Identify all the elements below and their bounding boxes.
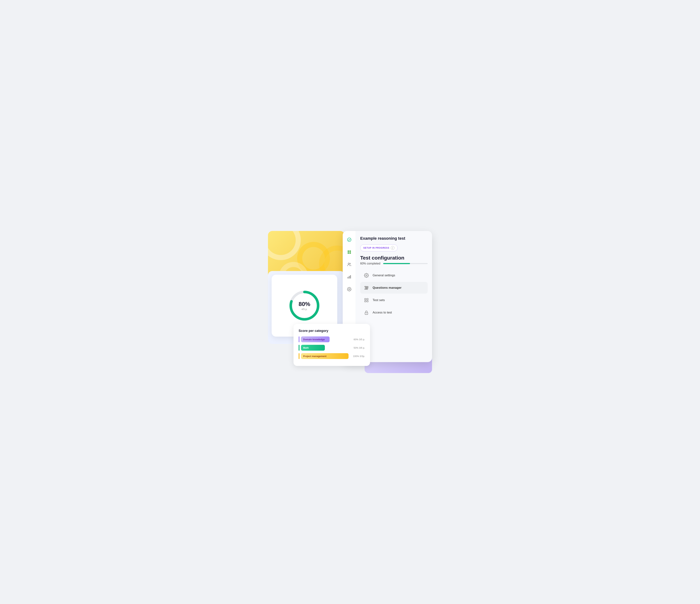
gear-icon: [363, 272, 370, 279]
svg-rect-22: [365, 300, 366, 302]
menu-item-label-questions: Questions manager: [373, 286, 402, 290]
progress-text: 60% completed: [360, 262, 380, 265]
progress-bar-fill: [383, 263, 410, 264]
svg-point-8: [350, 263, 351, 264]
donut-center: 80% 4/5 p.: [299, 301, 310, 311]
svg-point-25: [366, 313, 367, 314]
svg-point-12: [349, 289, 350, 290]
lock-icon: [363, 309, 370, 316]
sidebar-icon-users[interactable]: [346, 261, 353, 268]
config-title: Test configuration: [360, 255, 428, 261]
svg-rect-3: [348, 251, 349, 252]
category-color-bar-project: [299, 353, 300, 359]
category-row-project: Project management 100% 3/3p.: [299, 353, 365, 359]
svg-rect-23: [367, 300, 368, 302]
svg-point-7: [348, 263, 349, 264]
menu-item-questions-manager[interactable]: Questions manager: [360, 282, 428, 294]
category-bar-bg-domain: Domain knowledge: [301, 336, 349, 342]
menu-list: General settings Questio: [360, 269, 428, 318]
menu-item-label-general: General settings: [373, 273, 395, 277]
svg-rect-5: [348, 252, 349, 254]
svg-rect-9: [348, 277, 348, 279]
svg-rect-6: [349, 252, 351, 254]
svg-rect-16: [365, 289, 367, 289]
check-circle-icon: [347, 238, 351, 242]
svg-point-2: [347, 238, 351, 241]
category-bar-fill-domain: Domain knowledge: [301, 336, 330, 342]
status-badge: SETUP IN PROGRESS i: [360, 244, 398, 252]
svg-point-19: [367, 289, 368, 289]
sidebar-icon-chart[interactable]: [346, 273, 353, 281]
category-color-bar-math: [299, 345, 300, 351]
sliders-icon: [363, 285, 370, 291]
app-title: Example reasoning test: [360, 236, 428, 241]
users-icon: [347, 262, 351, 267]
category-name-project: Project management: [303, 355, 326, 358]
category-row-math: Math 50% 3/6 p.: [299, 345, 365, 351]
donut-score-label: 4/5 p.: [299, 308, 310, 311]
category-bar-fill-math: Math: [301, 345, 325, 351]
grid-small-icon: [363, 297, 370, 304]
category-stats-domain: 60% 3/5 p.: [350, 338, 365, 341]
progress-bar-bg: [383, 263, 428, 264]
donut-percent: 80%: [299, 301, 310, 308]
category-bar-bg-math: Math: [301, 345, 349, 351]
chart-icon: [347, 275, 351, 279]
menu-item-access-to-test[interactable]: Access to test: [360, 307, 428, 318]
svg-point-17: [365, 286, 366, 287]
category-bar-bg-project: Project management: [301, 353, 349, 359]
sidebar-icon-settings[interactable]: [346, 286, 353, 293]
category-bar-wrap-math: Math: [299, 345, 349, 351]
menu-item-label-access: Access to test: [373, 311, 392, 314]
info-icon[interactable]: i: [391, 246, 395, 250]
svg-rect-11: [350, 275, 351, 279]
svg-rect-20: [365, 298, 366, 300]
category-card: Score per category Domain knowledge 60% …: [294, 324, 370, 366]
svg-point-13: [366, 275, 367, 276]
sidebar-icon-grid[interactable]: [346, 248, 353, 256]
grid-icon: [347, 250, 351, 254]
squiggle-1: [268, 231, 301, 260]
status-badge-text: SETUP IN PROGRESS: [363, 246, 390, 249]
svg-rect-10: [349, 276, 350, 279]
category-stats-math: 50% 3/6 p.: [350, 346, 365, 349]
category-card-title: Score per category: [299, 329, 365, 333]
sidebar-icon-check[interactable]: [346, 236, 353, 243]
category-color-bar-domain: [299, 336, 300, 342]
category-bar-wrap-domain: Domain knowledge: [299, 336, 349, 342]
category-stats-project: 100% 3/3p.: [350, 355, 365, 358]
category-row-domain: Domain knowledge 60% 3/5 p.: [299, 336, 365, 342]
menu-item-general-settings[interactable]: General settings: [360, 269, 428, 281]
donut-chart: 80% 4/5 p.: [288, 289, 321, 322]
svg-point-18: [366, 287, 367, 288]
main-container: 80% 4/5 p. Score per category Domain kno…: [268, 231, 432, 373]
category-bar-fill-project: Project management: [301, 353, 349, 359]
svg-rect-4: [349, 251, 351, 252]
category-name-math: Math: [303, 346, 309, 349]
progress-row: 60% completed: [360, 262, 428, 265]
gear-sidebar-icon: [347, 287, 351, 291]
svg-rect-21: [367, 298, 368, 300]
category-name-domain: Domain knowledge: [303, 338, 325, 341]
menu-item-label-test-sets: Test sets: [373, 298, 385, 302]
menu-item-test-sets[interactable]: Test sets: [360, 294, 428, 306]
category-bar-wrap-project: Project management: [299, 353, 349, 359]
